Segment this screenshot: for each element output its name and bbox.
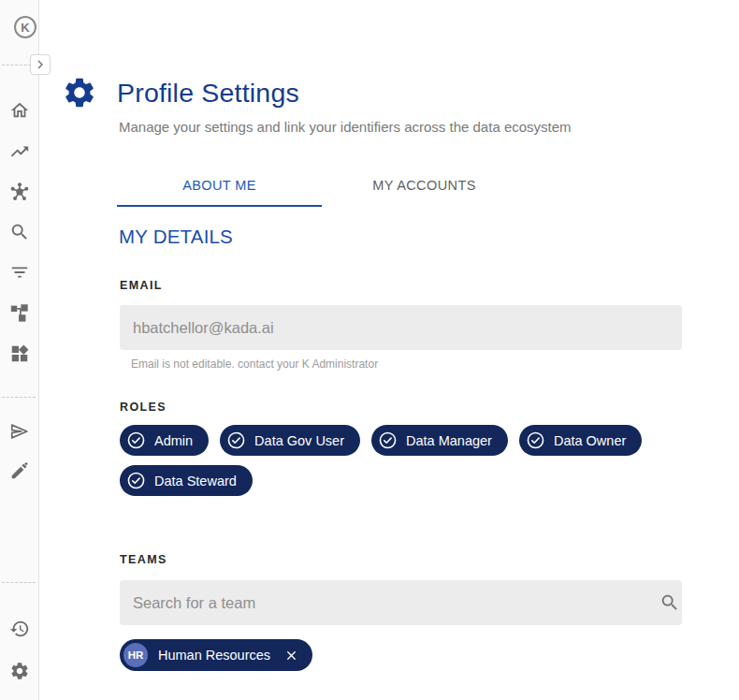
team-chip-human-resources[interactable]: HR Human Resources	[120, 639, 312, 671]
gear-icon	[62, 75, 97, 110]
filter-list-icon	[9, 262, 30, 283]
team-search-input[interactable]	[120, 580, 682, 625]
check-circle-icon	[126, 471, 146, 490]
avatar: HR	[123, 643, 148, 667]
widgets-icon	[9, 343, 30, 364]
check-circle-icon	[226, 430, 246, 450]
sidebar-item-magic-edit[interactable]	[8, 459, 31, 482]
main-content: Profile Settings Manage your settings an…	[38, 0, 739, 700]
magic-pen-icon	[9, 460, 30, 481]
tab-bar: ABOUT ME MY ACCOUNTS	[117, 163, 527, 207]
page-subtitle: Manage your settings and link your ident…	[119, 119, 572, 135]
sidebar-item-send[interactable]	[8, 420, 31, 443]
sidebar-item-search[interactable]	[8, 221, 31, 243]
section-heading: MY DETAILS	[119, 226, 233, 248]
role-chip-label: Data Steward	[154, 474, 237, 489]
sidebar-item-lineage[interactable]	[8, 301, 31, 324]
sidebar-item-home[interactable]	[8, 99, 31, 122]
email-label: EMAIL	[120, 279, 163, 292]
check-circle-icon	[526, 430, 545, 450]
sidebar-item-settings[interactable]	[8, 660, 31, 682]
sidebar-divider-bottom	[2, 582, 36, 583]
role-chip-label: Data Owner	[554, 433, 626, 448]
role-chip-data-manager[interactable]: Data Manager	[371, 425, 508, 456]
history-icon	[9, 619, 30, 639]
email-field	[120, 305, 682, 350]
hub-icon	[9, 182, 30, 202]
app-logo[interactable]: K	[14, 16, 36, 38]
sidebar: K	[0, 0, 39, 700]
app-logo-letter: K	[21, 21, 29, 35]
email-helper-text: Email is not editable. contact your K Ad…	[131, 357, 378, 371]
search-icon	[9, 222, 30, 242]
close-icon	[284, 649, 298, 663]
role-chip-data-gov-user[interactable]: Data Gov User	[220, 425, 360, 456]
role-chip-data-owner[interactable]: Data Owner	[519, 425, 642, 456]
sidebar-divider-middle	[2, 397, 36, 398]
role-chip-data-steward[interactable]: Data Steward	[120, 465, 253, 496]
sidebar-expand-button[interactable]	[30, 54, 51, 75]
tab-my-accounts[interactable]: MY ACCOUNTS	[322, 163, 527, 207]
sidebar-item-trends[interactable]	[8, 140, 31, 163]
page-header: Profile Settings	[62, 75, 299, 110]
tab-about-me[interactable]: ABOUT ME	[117, 163, 322, 207]
page-title: Profile Settings	[117, 78, 299, 109]
sidebar-item-filter[interactable]	[8, 261, 31, 284]
role-chip-label: Data Gov User	[254, 433, 344, 448]
send-icon	[9, 421, 30, 442]
sidebar-item-apps[interactable]	[8, 343, 31, 365]
role-chip-admin[interactable]: Admin	[120, 425, 209, 456]
gear-icon	[9, 661, 30, 681]
role-chip-label: Data Manager	[406, 433, 492, 448]
sidebar-item-history[interactable]	[8, 618, 31, 640]
chevron-right-icon	[33, 57, 48, 72]
roles-chip-list: Admin Data Gov User Data Manager Data Ow…	[120, 425, 682, 496]
team-chip-label: Human Resources	[158, 648, 270, 663]
teams-label: TEAMS	[120, 553, 167, 566]
remove-team-button[interactable]	[283, 647, 300, 664]
trending-up-icon	[9, 141, 30, 162]
profile-settings-page: K	[0, 0, 739, 700]
check-circle-icon	[126, 430, 146, 450]
check-circle-icon	[378, 430, 398, 450]
roles-label: ROLES	[120, 401, 167, 414]
home-icon	[9, 100, 30, 121]
role-chip-label: Admin	[154, 433, 193, 448]
lineage-tree-icon	[9, 302, 30, 323]
sidebar-item-network[interactable]	[8, 181, 31, 203]
